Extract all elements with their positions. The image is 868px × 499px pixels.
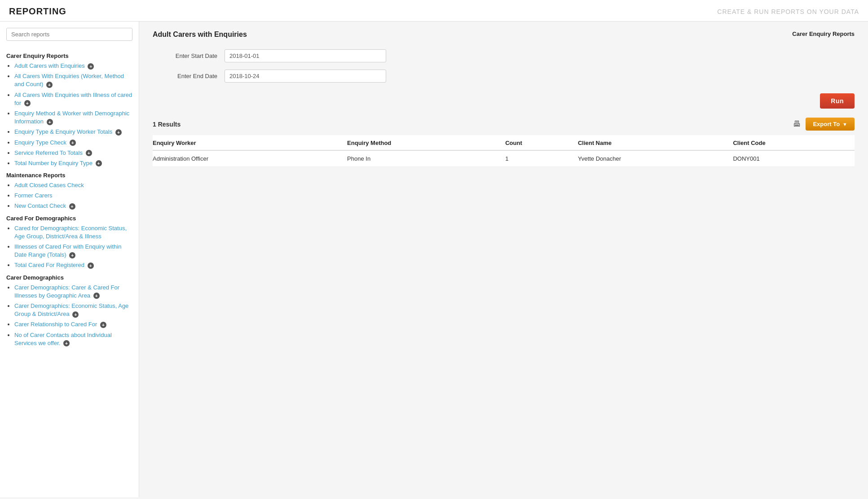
- sidebar-link-service-referred-totals[interactable]: Service Referred To Totals: [14, 149, 83, 156]
- sidebar-link-total-number-by-enquiry-type[interactable]: Total Number by Enquiry Type: [14, 160, 93, 166]
- export-button[interactable]: Export To ▼: [806, 118, 855, 131]
- sidebar-item-enquiry-type-worker-totals: Enquiry Type & Enquiry Worker Totals +: [14, 128, 132, 136]
- plus-icon[interactable]: +: [88, 63, 94, 70]
- sidebar-section-title-carer-enquiry-reports: Carer Enquiry Reports: [6, 53, 132, 59]
- start-date-input[interactable]: [225, 49, 386, 62]
- sidebar-item-carer-relationship-cared-for: Carer Relationship to Cared For +: [14, 320, 132, 328]
- sidebar-item-carer-demographics-economic-age-district: Carer Demographics: Economic Status, Age…: [14, 302, 132, 318]
- breadcrumb-right: Carer Enquiry Reports: [792, 31, 855, 37]
- sidebar-list-maintenance-reports: Adult Closed Cases CheckFormer CarersNew…: [6, 181, 132, 210]
- table-column-header: Enquiry Method: [347, 135, 505, 150]
- export-label: Export To: [813, 121, 840, 127]
- sidebar-link-all-carers-with-enquiries-worker-method-count[interactable]: All Carers With Enquiries (Worker, Metho…: [14, 73, 124, 88]
- sidebar-item-new-contact-check: New Contact Check +: [14, 202, 132, 210]
- sidebar-link-all-carers-with-enquiries-illness[interactable]: All Carers With Enquiries with Illness o…: [14, 92, 132, 106]
- sidebar-item-total-cared-for-registered: Total Cared For Registered +: [14, 261, 132, 269]
- sidebar-link-carer-relationship-cared-for[interactable]: Carer Relationship to Cared For: [14, 321, 97, 328]
- sidebar-item-adult-carers-with-enquiries: Adult Carers with Enquiries +: [14, 62, 132, 70]
- sidebar-item-carer-demographics-illnesses-geographic: Carer Demographics: Carer & Cared For Il…: [14, 284, 132, 300]
- plus-icon[interactable]: +: [47, 119, 53, 125]
- sidebar-list-cared-for-demographics: Cared for Demographics: Economic Status,…: [6, 224, 132, 270]
- sidebar: Carer Enquiry ReportsAdult Carers with E…: [0, 22, 139, 497]
- results-bar: 1 Results 🖶 Export To ▼: [153, 118, 855, 131]
- plus-icon[interactable]: +: [46, 82, 53, 88]
- sidebar-link-illnesses-cared-for-enquiry-date-range[interactable]: Illnesses of Cared For with Enquiry with…: [14, 243, 121, 258]
- plus-icon[interactable]: +: [93, 293, 100, 299]
- table-column-header: Count: [505, 135, 578, 150]
- plus-icon[interactable]: +: [69, 203, 75, 210]
- content-area: Adult Carers with Enquiries Carer Enquir…: [139, 22, 868, 497]
- sidebar-link-enquiry-type-worker-totals[interactable]: Enquiry Type & Enquiry Worker Totals: [14, 128, 112, 135]
- table-row: Administration OfficerPhone In1Yvette Do…: [153, 150, 855, 167]
- table-cell: Yvette Donacher: [578, 150, 733, 167]
- sidebar-item-cared-for-demographics-economic: Cared for Demographics: Economic Status,…: [14, 224, 132, 241]
- sidebar-item-service-referred-totals: Service Referred To Totals +: [14, 149, 132, 157]
- sidebar-item-illnesses-cared-for-enquiry-date-range: Illnesses of Cared For with Enquiry with…: [14, 243, 132, 259]
- sidebar-link-former-carers[interactable]: Former Carers: [14, 192, 53, 199]
- results-table: Enquiry WorkerEnquiry MethodCountClient …: [153, 135, 855, 167]
- main-layout: Carer Enquiry ReportsAdult Carers with E…: [0, 22, 868, 497]
- sidebar-item-enquiry-type-check: Enquiry Type Check +: [14, 139, 132, 147]
- plus-icon[interactable]: +: [96, 160, 102, 166]
- sidebar-item-adult-closed-cases-check: Adult Closed Cases Check: [14, 181, 132, 189]
- sidebar-item-total-number-by-enquiry-type: Total Number by Enquiry Type +: [14, 159, 132, 167]
- plus-icon[interactable]: +: [63, 340, 70, 346]
- sidebar-list-carer-enquiry-reports: Adult Carers with Enquiries +All Carers …: [6, 62, 132, 167]
- sidebar-link-adult-closed-cases-check[interactable]: Adult Closed Cases Check: [14, 182, 84, 188]
- form-section: Enter Start Date Enter End Date: [153, 49, 855, 83]
- plus-icon[interactable]: +: [115, 129, 122, 136]
- results-count: 1 Results: [153, 121, 181, 128]
- table-column-header: Enquiry Worker: [153, 135, 347, 150]
- sidebar-link-adult-carers-with-enquiries[interactable]: Adult Carers with Enquiries: [14, 62, 85, 69]
- table-cell: 1: [505, 150, 578, 167]
- run-button[interactable]: Run: [820, 93, 855, 109]
- sidebar-item-enquiry-method-worker-demographic: Enquiry Method & Worker with Demographic…: [14, 109, 132, 126]
- table-cell: DONY001: [733, 150, 855, 167]
- plus-icon[interactable]: +: [24, 100, 31, 106]
- sidebar-link-enquiry-method-worker-demographic[interactable]: Enquiry Method & Worker with Demographic…: [14, 110, 129, 125]
- table-column-header: Client Name: [578, 135, 733, 150]
- report-title: Adult Carers with Enquiries: [153, 31, 247, 39]
- sidebar-link-enquiry-type-check[interactable]: Enquiry Type Check: [14, 139, 66, 146]
- sidebar-link-carer-demographics-economic-age-district[interactable]: Carer Demographics: Economic Status, Age…: [14, 302, 128, 317]
- start-date-row: Enter Start Date: [153, 49, 855, 62]
- search-input[interactable]: [6, 28, 132, 41]
- plus-icon[interactable]: +: [70, 140, 76, 146]
- plus-icon[interactable]: +: [100, 322, 106, 328]
- sidebar-link-total-cared-for-registered[interactable]: Total Cared For Registered: [14, 262, 84, 268]
- table-cell: Administration Officer: [153, 150, 347, 167]
- sidebar-link-cared-for-demographics-economic[interactable]: Cared for Demographics: Economic Status,…: [14, 225, 127, 240]
- sidebar-link-new-contact-check[interactable]: New Contact Check: [14, 202, 66, 209]
- page-subtitle: CREATE & RUN REPORTS ON YOUR DATA: [717, 8, 859, 15]
- content-header: Adult Carers with Enquiries Carer Enquir…: [153, 31, 855, 39]
- page-header: REPORTING CREATE & RUN REPORTS ON YOUR D…: [0, 0, 868, 22]
- sidebar-item-all-carers-with-enquiries-illness: All Carers With Enquiries with Illness o…: [14, 91, 132, 107]
- sidebar-item-no-carer-contacts-individual-services: No of Carer Contacts about Individual Se…: [14, 331, 132, 347]
- sidebar-section-title-maintenance-reports: Maintenance Reports: [6, 172, 132, 179]
- sidebar-item-all-carers-with-enquiries-worker-method-count: All Carers With Enquiries (Worker, Metho…: [14, 72, 132, 88]
- page-title: REPORTING: [9, 6, 66, 17]
- table-column-header: Client Code: [733, 135, 855, 150]
- plus-icon[interactable]: +: [86, 150, 92, 156]
- plus-icon[interactable]: +: [69, 252, 75, 258]
- table-cell: Phone In: [347, 150, 505, 167]
- end-date-row: Enter End Date: [153, 70, 855, 83]
- sidebar-section-title-carer-demographics: Carer Demographics: [6, 274, 132, 281]
- plus-icon[interactable]: +: [88, 263, 94, 269]
- results-actions: 🖶 Export To ▼: [793, 118, 855, 131]
- end-date-input[interactable]: [225, 70, 386, 83]
- sidebar-section-title-cared-for-demographics: Cared For Demographics: [6, 215, 132, 222]
- chevron-down-icon: ▼: [842, 122, 847, 127]
- end-date-label: Enter End Date: [153, 73, 225, 79]
- sidebar-list-carer-demographics: Carer Demographics: Carer & Cared For Il…: [6, 284, 132, 347]
- run-button-wrapper: Run: [153, 93, 855, 109]
- sidebar-link-carer-demographics-illnesses-geographic[interactable]: Carer Demographics: Carer & Cared For Il…: [14, 284, 119, 299]
- print-icon[interactable]: 🖶: [793, 119, 801, 129]
- sidebar-item-former-carers: Former Carers: [14, 192, 132, 200]
- start-date-label: Enter Start Date: [153, 53, 225, 59]
- plus-icon[interactable]: +: [72, 311, 79, 318]
